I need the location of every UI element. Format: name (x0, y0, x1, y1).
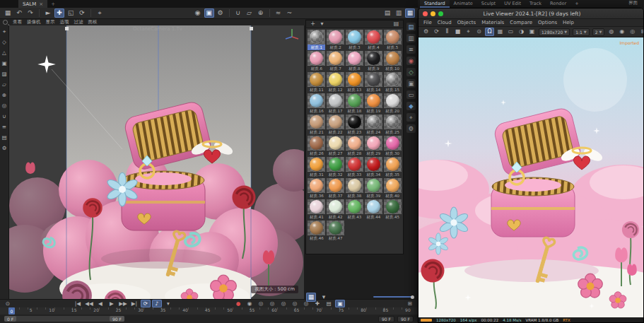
undo-icon[interactable]: ↶ (14, 8, 24, 18)
material-swatch[interactable]: 材质.10 (383, 51, 402, 71)
lv-focus-picker-icon[interactable]: ⌖ (464, 28, 473, 36)
quantize-icon[interactable]: ≡ (1, 123, 8, 131)
live-viewer-titlebar[interactable]: Live Viewer 2024.1-[R2] (9 days left) (418, 8, 643, 19)
render-view-icon[interactable]: ◉ (193, 8, 203, 18)
close-window-button[interactable] (423, 11, 428, 16)
end-frame-field[interactable]: 90 F (378, 316, 394, 322)
live-selection-icon[interactable]: ► (43, 8, 53, 18)
slider-knob[interactable] (411, 295, 414, 299)
keyframe-scale-button[interactable]: ◎ (267, 300, 277, 307)
workplane-mode-icon[interactable]: ▱ (1, 81, 8, 88)
material-swatch[interactable]: 材质.7 (327, 51, 345, 71)
render-settings-icon[interactable]: ⚙ (216, 8, 226, 18)
close-tab-icon[interactable]: × (39, 1, 43, 7)
lv-settings-icon[interactable]: ⚙ (421, 28, 431, 36)
autokey-icon[interactable]: ⊙ (3, 300, 13, 307)
texture-mode-icon[interactable]: ▨ (1, 70, 8, 78)
material-swatch[interactable]: 材质.44 (364, 199, 382, 220)
max-frame-field[interactable]: 90 F (397, 316, 414, 322)
range-start-handle[interactable]: 0 F (4, 316, 16, 322)
snap-toggle-icon[interactable]: ∪ (1, 112, 8, 120)
viewport-solo-icon[interactable]: ◎ (1, 102, 8, 110)
material-swatch[interactable]: 材质.29 (364, 136, 382, 156)
material-swatch[interactable]: 材质.46 (308, 221, 326, 241)
layout-tab-track[interactable]: Track (525, 0, 546, 8)
material-swatch[interactable]: 材质.39 (364, 178, 382, 199)
layout-switch-icon[interactable]: ▦ (405, 8, 415, 18)
layout-tab-sculpt[interactable]: Sculpt (477, 0, 500, 8)
go-to-end-button[interactable]: ▶| (129, 300, 139, 307)
material-swatch[interactable]: 材质.35 (383, 157, 402, 177)
timeline-ruler[interactable]: 051015202530354045505560657075808590 (0, 307, 418, 315)
content-browser-icon[interactable]: ▥ (394, 8, 404, 18)
material-swatch[interactable]: 材质.26 (308, 136, 326, 156)
spline-icon[interactable]: ~ (285, 8, 295, 18)
lv-menu-5[interactable]: Options (538, 20, 557, 25)
minimize-window-button[interactable] (431, 11, 435, 16)
viewport-menu-2[interactable]: 显示 (46, 19, 55, 25)
material-panel-menu-icon[interactable]: ▤ (392, 20, 400, 28)
material-swatch[interactable]: 材质.17 (327, 93, 345, 114)
lv-menu-0[interactable]: File (423, 20, 432, 25)
material-swatch[interactable]: 材质.36 (308, 178, 326, 199)
material-swatch[interactable]: 材质.15 (383, 72, 402, 93)
range-end-handle[interactable]: 90 F (110, 316, 124, 322)
material-swatch[interactable]: 材质.16 (308, 93, 326, 114)
lv-menu-6[interactable]: Help (563, 20, 574, 25)
lv-lock-resolution-icon[interactable]: Ω (485, 28, 494, 36)
preferences-icon[interactable]: ⚙ (406, 124, 416, 133)
asset-browser-icon[interactable]: ◆ (406, 102, 416, 110)
material-swatch[interactable]: 材质.21 (308, 114, 326, 135)
material-swatch[interactable]: 材质.24 (364, 114, 382, 135)
lv-snapshot-button[interactable]: ◎ (628, 28, 637, 36)
loop-mode-button[interactable]: ⟳ (141, 300, 151, 307)
lv-camera-icon[interactable]: ▣ (527, 28, 537, 36)
lv-menu-4[interactable]: Compare (510, 20, 532, 25)
coordinate-system-icon[interactable]: ⌖ (95, 8, 105, 18)
add-material-button[interactable]: + (309, 20, 317, 28)
playback-rate-button[interactable]: ▾ (163, 300, 173, 307)
material-swatch[interactable]: 材质.25 (383, 114, 402, 135)
material-swatch[interactable]: 材质.38 (346, 178, 364, 199)
lv-menu-3[interactable]: Materials (481, 20, 504, 25)
render-picture-viewer-icon[interactable]: ▣ (204, 8, 214, 18)
node-editor-icon[interactable]: ◇ (406, 68, 416, 76)
layer-manager-icon[interactable]: ≡ (406, 45, 416, 54)
material-swatch[interactable]: 材质.12 (327, 72, 345, 93)
axis-mode-icon[interactable]: ⊕ (1, 91, 8, 99)
material-swatch[interactable]: 材质.18 (346, 93, 364, 114)
lv-menu-2[interactable]: Objects (457, 20, 476, 25)
material-swatch[interactable]: 材质.6 (308, 51, 326, 71)
material-swatch[interactable]: 材质.2 (327, 30, 345, 50)
octane-dialog-icon[interactable]: ◉ (406, 57, 416, 65)
coordinate-manager-icon[interactable]: ⌖ (406, 113, 416, 122)
material-swatch[interactable]: 材质.45 (383, 199, 402, 220)
lv-pause-icon[interactable]: Ⅱ (443, 28, 452, 36)
workplane-icon[interactable]: ▱ (245, 8, 254, 18)
object-manager-icon[interactable]: ▤ (382, 8, 392, 18)
play-button[interactable]: ▶ (107, 300, 117, 307)
mat-sort-icon[interactable]: ▾ (319, 293, 329, 302)
layout-tab-animate[interactable]: Animate (450, 0, 477, 8)
lv-film-region-icon[interactable]: ▭ (506, 28, 515, 36)
material-swatch[interactable]: 材质.33 (346, 157, 364, 177)
layout-grid-icon[interactable]: ▦ (3, 8, 13, 18)
viewport-menu-1[interactable]: 摄像机 (27, 19, 41, 25)
lv-clay-mode-icon[interactable]: ◑ (517, 28, 526, 36)
layout-tab-render[interactable]: Render (546, 0, 570, 8)
material-swatch[interactable]: 材质.13 (346, 72, 364, 93)
material-swatch[interactable]: 材质.8 (346, 51, 364, 71)
lv-aov-button[interactable]: ◉ (617, 28, 626, 36)
material-swatch[interactable]: 材质.3 (346, 30, 364, 50)
material-swatch[interactable]: 材质.30 (383, 136, 402, 156)
keyframe-position-button[interactable]: ◎ (256, 300, 266, 307)
material-swatch[interactable]: 材质.47 (327, 221, 345, 241)
material-swatch[interactable]: 材质.4 (364, 30, 382, 50)
modeling-settings-icon[interactable]: ⚙ (1, 144, 8, 152)
material-swatch[interactable]: 材质.28 (346, 136, 364, 156)
viewport-menu-4[interactable]: 过滤 (74, 19, 83, 25)
redo-icon[interactable]: ↷ (25, 8, 35, 18)
preview-range-slider[interactable]: 0 F 90 F (4, 316, 124, 322)
material-swatch[interactable]: 材质.22 (327, 114, 345, 135)
keyframe-rotation-button[interactable]: ◎ (279, 300, 288, 307)
